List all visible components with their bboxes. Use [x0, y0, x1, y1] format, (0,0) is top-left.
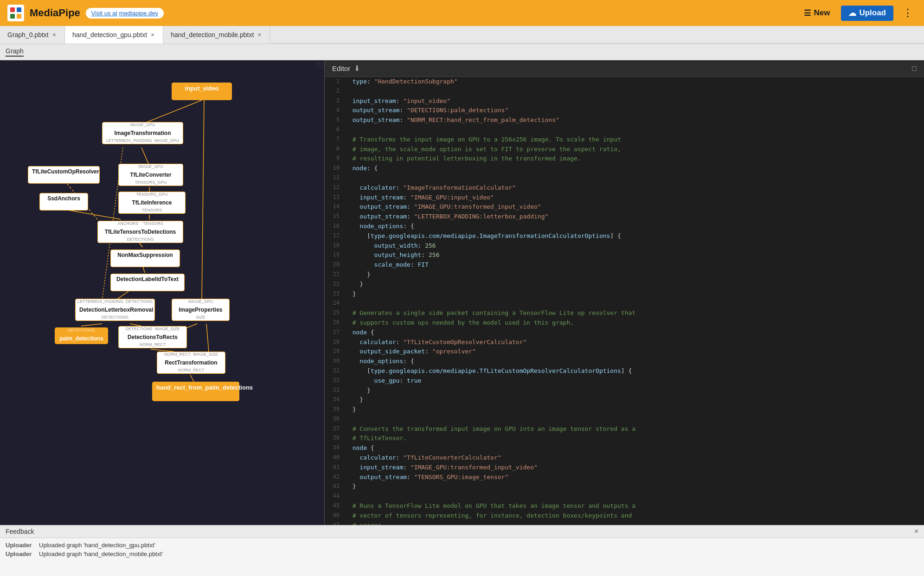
tabs-bar: Graph_0.pbtxt × hand_detection_gpu.pbtxt…	[0, 26, 924, 44]
code-line: 38 # TfLiteTensor.	[325, 434, 924, 443]
line-content: # Runs a TensorFlow Lite model on GPU th…	[345, 501, 635, 511]
line-content: output_stream: "LETTERBOX_PADDING:letter…	[345, 212, 548, 222]
code-line: 17 [type.googleapis.com/mediapipe.ImageT…	[325, 231, 924, 241]
line-number: 31	[328, 366, 345, 376]
tab-hand-mobile[interactable]: hand_detection_mobile.pbtxt ×	[163, 26, 270, 44]
line-number: 7	[328, 135, 345, 145]
code-line: 30 node_options: {	[325, 357, 924, 366]
log-message: Uploaded graph 'hand_detection_gpu.pbtxt…	[39, 542, 155, 549]
svg-rect-1	[17, 7, 21, 12]
code-line: 40 calculator: "TfLiteConverterCalculato…	[325, 453, 924, 463]
svg-rect-0	[10, 7, 15, 12]
node-hand-rect-from-palm-detections[interactable]: hand_rect_from_palm_detections	[152, 382, 239, 401]
line-content: output_stream: "TENSORS_GPU:image_tensor…	[345, 473, 508, 482]
tab-hand-gpu[interactable]: hand_detection_gpu.pbtxt ×	[65, 26, 163, 44]
line-content: node_options: {	[345, 357, 414, 366]
node-detection-letterbox-removal[interactable]: LETTERBOX_PADDING DETECTIONS DetectionLe…	[75, 299, 155, 321]
line-number: 23	[328, 289, 345, 299]
app-logo	[7, 5, 24, 21]
tab-close[interactable]: ×	[257, 32, 262, 38]
line-content: node {	[345, 328, 374, 338]
line-content: input_stream: "IMAGE_GPU:transformed_inp…	[345, 463, 538, 473]
visit-badge: Visit us at mediapipe.dev	[86, 8, 164, 19]
node-ssd-anchors[interactable]: SsdAnchors	[39, 193, 88, 211]
upload-button[interactable]: ☁ Upload	[841, 6, 893, 21]
code-line: 12 calculator: "ImageTransformationCalcu…	[325, 183, 924, 193]
node-detections-to-rects[interactable]: DETECTIONS IMAGE_SIZE DetectionsToRects …	[118, 326, 187, 348]
line-number: 25	[328, 308, 345, 318]
line-number: 4	[328, 106, 345, 115]
code-line: 1 type: "HandDetectionSubgraph"	[325, 77, 924, 87]
line-content: scale_mode: FIT	[345, 260, 429, 270]
code-editor[interactable]: 1 type: "HandDetectionSubgraph"2 3 input…	[325, 77, 924, 525]
svg-rect-3	[17, 14, 21, 19]
close-feedback-button[interactable]: ×	[914, 527, 918, 536]
more-button[interactable]: ⋮	[899, 5, 917, 21]
new-button[interactable]: ☰ New	[798, 6, 835, 21]
code-line: 11	[325, 173, 924, 183]
upload-icon: ☁	[848, 8, 856, 18]
line-content	[345, 299, 349, 308]
line-content: use_gpu: true	[345, 376, 421, 386]
main-content: □	[0, 60, 924, 525]
node-non-max-suppression[interactable]: NonMaxSuppression	[110, 250, 180, 267]
line-content: node_options: {	[345, 222, 414, 231]
node-detection-label-id-to-text[interactable]: DetectionLabelIdToText	[110, 274, 185, 291]
node-palm-detections[interactable]: DETECTIONS palm_detections	[55, 327, 108, 344]
graph-panel: □	[0, 60, 325, 525]
feedback-log: UploaderUploaded graph 'hand_detection_g…	[0, 538, 924, 576]
tab-close[interactable]: ×	[51, 32, 57, 38]
line-number: 43	[328, 482, 345, 492]
code-line: 14 output_stream: "IMAGE_GPU:transformed…	[325, 202, 924, 212]
line-number: 44	[328, 492, 345, 501]
code-line: 31 [type.googleapis.com/mediapipe.TfLite…	[325, 366, 924, 376]
line-content: # supports custom ops needed by the mode…	[345, 318, 574, 328]
line-number: 38	[328, 434, 345, 443]
code-line: 34 }	[325, 395, 924, 405]
node-tflite-custom-op-resolver[interactable]: TfLiteCustomOpResolver	[28, 166, 100, 184]
line-content: output_stream: "NORM_RECT:hand_rect_from…	[345, 115, 559, 125]
line-content: input_stream: "IMAGE_GPU:input_video"	[345, 193, 494, 203]
line-content: }	[345, 270, 371, 280]
graph-view-tab[interactable]: Graph	[6, 47, 24, 57]
code-line: 8 # image, the scale_mode option is set …	[325, 145, 924, 154]
code-line: 44	[325, 492, 924, 501]
feedback-area: Feedback × UploaderUploaded graph 'hand_…	[0, 525, 924, 576]
tab-graph0[interactable]: Graph_0.pbtxt ×	[0, 26, 65, 44]
node-rect-transformation[interactable]: NORM_RECT IMAGE_SIZE RectTransformation …	[157, 352, 225, 374]
line-number: 32	[328, 376, 345, 386]
line-content: calculator: "TfLiteConverterCalculator"	[345, 453, 501, 463]
node-tflite-inference[interactable]: TENSORS_GPU TfLiteInference TENSORS	[118, 192, 186, 214]
line-number: 24	[328, 299, 345, 308]
line-content: # vector of tensors representing, for in…	[345, 511, 632, 521]
tab-close[interactable]: ×	[150, 32, 155, 38]
line-content	[345, 125, 349, 135]
download-icon[interactable]: ⬇	[354, 64, 360, 73]
visit-link[interactable]: mediapipe.dev	[119, 10, 159, 17]
line-content	[345, 87, 349, 96]
feedback-header: Feedback ×	[0, 525, 924, 538]
log-entry: UploaderUploaded graph 'hand_detection_g…	[6, 541, 918, 550]
node-image-properties[interactable]: IMAGE_GPU ImageProperties SIZE	[172, 299, 230, 321]
graph-canvas: input_video IMAGE_GPU ImageTransformatio…	[0, 73, 324, 525]
line-number: 18	[328, 241, 345, 251]
code-line: 13 input_stream: "IMAGE_GPU:input_video"	[325, 193, 924, 203]
line-number: 3	[328, 96, 345, 106]
line-number: 39	[328, 443, 345, 453]
node-image-transformation[interactable]: IMAGE_GPU ImageTransformation LETTERBOX_…	[102, 122, 183, 144]
node-tflite-converter[interactable]: IMAGE_GPU TfLiteConverter TENSORS_GPU	[118, 164, 183, 186]
line-content: # resulting in potential letterboxing in…	[345, 154, 581, 164]
line-number: 33	[328, 386, 345, 396]
code-line: 32 use_gpu: true	[325, 376, 924, 386]
code-line: 24	[325, 299, 924, 308]
node-input-video[interactable]: input_video	[172, 83, 232, 100]
editor-collapse-button[interactable]: □	[912, 64, 917, 73]
graph-collapse-button[interactable]: □	[318, 61, 322, 70]
node-tflite-tensors-to-detections[interactable]: ANCHORS TENSORS TfLiteTensorsToDetection…	[97, 221, 183, 243]
line-number: 42	[328, 473, 345, 482]
line-number: 11	[328, 173, 345, 183]
line-content: }	[345, 289, 356, 299]
code-line: 29 output_side_packet: "opresolver"	[325, 347, 924, 357]
line-number: 5	[328, 115, 345, 125]
feedback-title: Feedback	[6, 528, 34, 535]
